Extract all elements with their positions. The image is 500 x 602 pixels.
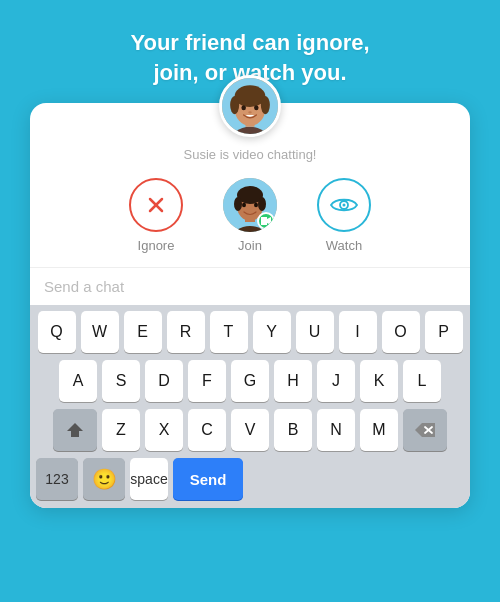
svg-marker-22 [267, 217, 271, 225]
watch-action[interactable]: Watch [317, 178, 371, 253]
watch-label: Watch [326, 238, 362, 253]
notification-card: Susie is video chatting! Ignore [30, 103, 470, 508]
key-y[interactable]: Y [253, 311, 291, 353]
svg-marker-21 [261, 217, 267, 225]
key-c[interactable]: C [188, 409, 226, 451]
key-q[interactable]: Q [38, 311, 76, 353]
key-a[interactable]: A [59, 360, 97, 402]
key-v[interactable]: V [231, 409, 269, 451]
key-j[interactable]: J [317, 360, 355, 402]
svg-point-6 [261, 96, 270, 114]
key-f[interactable]: F [188, 360, 226, 402]
svg-point-5 [230, 96, 239, 114]
svg-point-17 [234, 197, 242, 211]
ignore-circle[interactable] [129, 178, 183, 232]
key-h[interactable]: H [274, 360, 312, 402]
join-label: Join [238, 238, 262, 253]
key-w[interactable]: W [81, 311, 119, 353]
key-r[interactable]: R [167, 311, 205, 353]
svg-point-4 [235, 86, 266, 108]
emoji-key[interactable]: 🙂 [83, 458, 125, 500]
keyboard-row-2: A S D F G H J K L [34, 360, 466, 402]
video-badge [257, 212, 275, 230]
watch-circle[interactable] [317, 178, 371, 232]
key-o[interactable]: O [382, 311, 420, 353]
ignore-action[interactable]: Ignore [129, 178, 183, 253]
key-i[interactable]: I [339, 311, 377, 353]
delete-icon [415, 423, 435, 437]
avatar [219, 75, 281, 137]
keyboard-row-1: Q W E R T Y U I O P [34, 311, 466, 353]
key-d[interactable]: D [145, 360, 183, 402]
keyboard[interactable]: Q W E R T Y U I O P A S D F G H J K L [30, 305, 470, 508]
ignore-icon [144, 193, 168, 217]
keyboard-row-3: Z X C V B N M [34, 409, 466, 451]
video-icon [261, 216, 271, 226]
watch-eye-icon [330, 196, 358, 214]
delete-key[interactable] [403, 409, 447, 451]
send-key[interactable]: Send [173, 458, 243, 500]
key-s[interactable]: S [102, 360, 140, 402]
avatar-wrap [30, 75, 470, 137]
num-key[interactable]: 123 [36, 458, 78, 500]
key-u[interactable]: U [296, 311, 334, 353]
join-circle[interactable] [223, 178, 277, 232]
svg-point-24 [343, 204, 346, 207]
svg-point-20 [254, 203, 258, 207]
chat-input[interactable]: Send a chat [44, 278, 456, 295]
key-p[interactable]: P [425, 311, 463, 353]
key-m[interactable]: M [360, 409, 398, 451]
space-key[interactable]: space [130, 458, 168, 500]
shift-icon [66, 421, 84, 439]
svg-marker-25 [67, 423, 83, 437]
actions-row: Ignore [30, 178, 470, 267]
key-k[interactable]: K [360, 360, 398, 402]
status-text: Susie is video chatting! [30, 147, 470, 162]
svg-point-9 [248, 112, 252, 114]
svg-point-18 [258, 197, 266, 211]
key-n[interactable]: N [317, 409, 355, 451]
key-t[interactable]: T [210, 311, 248, 353]
ignore-label: Ignore [138, 238, 175, 253]
svg-point-7 [241, 106, 246, 111]
key-e[interactable]: E [124, 311, 162, 353]
chat-input-area[interactable]: Send a chat [30, 267, 470, 305]
svg-point-19 [242, 203, 246, 207]
join-action[interactable]: Join [223, 178, 277, 253]
keyboard-bottom-row: 123 🙂 space Send [34, 458, 466, 500]
svg-point-8 [254, 106, 259, 111]
key-g[interactable]: G [231, 360, 269, 402]
shift-key[interactable] [53, 409, 97, 451]
key-b[interactable]: B [274, 409, 312, 451]
key-z[interactable]: Z [102, 409, 140, 451]
key-x[interactable]: X [145, 409, 183, 451]
key-l[interactable]: L [403, 360, 441, 402]
